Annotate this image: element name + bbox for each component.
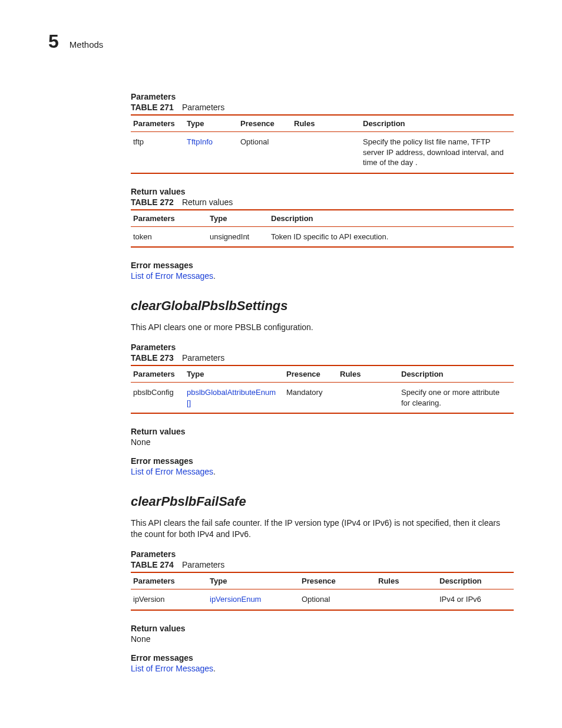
table-274-title: Parameters — [182, 560, 224, 569]
period: . — [213, 271, 216, 281]
error-link-row: List of Error Messages. — [131, 664, 514, 673]
cell-rules — [376, 589, 437, 610]
error-link-row: List of Error Messages. — [131, 467, 514, 476]
cell-param: ipVersion — [131, 589, 207, 610]
col-description: Description — [361, 115, 514, 132]
return-values-heading: Return values — [131, 624, 514, 633]
col-parameters: Parameters — [131, 115, 184, 132]
table-273-caption: TABLE 273Parameters — [131, 353, 514, 363]
table-273-label: TABLE 273 — [131, 353, 174, 363]
table-row: ipVersion ipVersionEnum Optional IPv4 or… — [131, 589, 514, 610]
col-description: Description — [437, 572, 514, 589]
col-parameters: Parameters — [131, 572, 207, 589]
table-272-title: Return values — [182, 197, 233, 207]
page-header: 5 Methods — [48, 32, 514, 51]
col-rules: Rules — [338, 365, 399, 383]
col-presence: Presence — [299, 572, 376, 589]
parameters-heading: Parameters — [131, 342, 514, 352]
col-rules: Rules — [376, 572, 437, 589]
error-messages-link[interactable]: List of Error Messages — [131, 467, 213, 476]
type-link[interactable]: TftpInfo — [187, 137, 213, 146]
table-272: Parameters Type Description token unsign… — [131, 209, 514, 248]
heading-clearPbslbFailSafe: clearPbslbFailSafe — [131, 494, 514, 509]
table-row: pbslbConfig pbslbGlobalAttributeEnum [] … — [131, 383, 514, 414]
cell-description: Specify the policy list file name, TFTP … — [361, 132, 514, 173]
col-rules: Rules — [292, 115, 361, 132]
return-values-heading: Return values — [131, 427, 514, 436]
cell-presence: Optional — [299, 589, 376, 610]
table-row: token unsignedInt Token ID specific to A… — [131, 226, 514, 247]
cell-type: unsignedInt — [207, 226, 269, 247]
chapter-number: 5 — [48, 32, 59, 51]
parameters-heading: Parameters — [131, 549, 514, 559]
table-274-label: TABLE 274 — [131, 560, 174, 569]
table-271-title: Parameters — [182, 103, 224, 112]
return-values-heading: Return values — [131, 187, 514, 196]
col-type: Type — [184, 115, 238, 132]
cell-type: TftpInfo — [184, 132, 238, 173]
intro-text: This API clears one or more PBSLB config… — [131, 322, 514, 333]
table-272-caption: TABLE 272Return values — [131, 197, 514, 207]
col-type: Type — [184, 365, 284, 383]
table-header-row: Parameters Type Presence Rules Descripti… — [131, 115, 514, 132]
period: . — [213, 664, 216, 673]
cell-param: pbslbConfig — [131, 383, 184, 414]
table-271-label: TABLE 271 — [131, 103, 174, 112]
table-header-row: Parameters Type Presence Rules Descripti… — [131, 572, 514, 589]
error-messages-link[interactable]: List of Error Messages — [131, 271, 213, 281]
col-parameters: Parameters — [131, 365, 184, 383]
col-presence: Presence — [284, 365, 338, 383]
table-274-caption: TABLE 274Parameters — [131, 560, 514, 569]
error-messages-heading: Error messages — [131, 456, 514, 466]
table-271: Parameters Type Presence Rules Descripti… — [131, 114, 514, 174]
cell-presence: Mandatory — [284, 383, 338, 414]
cell-rules — [338, 383, 399, 414]
col-type: Type — [207, 572, 299, 589]
error-messages-heading: Error messages — [131, 261, 514, 270]
col-description: Description — [399, 365, 514, 383]
cell-param: tftp — [131, 132, 184, 173]
col-parameters: Parameters — [131, 210, 207, 227]
table-271-caption: TABLE 271Parameters — [131, 103, 514, 112]
table-header-row: Parameters Type Description — [131, 210, 514, 227]
table-273-title: Parameters — [182, 353, 224, 363]
return-values-text: None — [131, 634, 514, 644]
type-link[interactable]: pbslbGlobalAttributeEnum [] — [187, 388, 276, 407]
error-link-row: List of Error Messages. — [131, 271, 514, 281]
cell-type: pbslbGlobalAttributeEnum [] — [184, 383, 284, 414]
cell-rules — [292, 132, 361, 173]
cell-description: Specify one or more attribute for cleari… — [399, 383, 514, 414]
table-row: tftp TftpInfo Optional Specify the polic… — [131, 132, 514, 173]
cell-param: token — [131, 226, 207, 247]
col-type: Type — [207, 210, 269, 227]
cell-type: ipVersionEnum — [207, 589, 299, 610]
error-messages-heading: Error messages — [131, 653, 514, 663]
cell-presence: Optional — [238, 132, 292, 173]
chapter-title: Methods — [70, 39, 104, 50]
type-link[interactable]: ipVersionEnum — [210, 595, 261, 604]
col-description: Description — [269, 210, 514, 227]
table-272-label: TABLE 272 — [131, 197, 174, 207]
parameters-heading: Parameters — [131, 92, 514, 101]
table-header-row: Parameters Type Presence Rules Descripti… — [131, 365, 514, 383]
error-messages-link[interactable]: List of Error Messages — [131, 664, 213, 673]
table-274: Parameters Type Presence Rules Descripti… — [131, 572, 514, 611]
cell-description: Token ID specific to API execution. — [269, 226, 514, 247]
page: 5 Methods Parameters TABLE 271Parameters… — [0, 0, 562, 717]
heading-clearGlobalPbslbSettings: clearGlobalPbslbSettings — [131, 298, 514, 314]
return-values-text: None — [131, 437, 514, 447]
table-273: Parameters Type Presence Rules Descripti… — [131, 365, 514, 414]
period: . — [213, 467, 216, 476]
cell-description: IPv4 or IPv6 — [437, 589, 514, 610]
intro-text: This API clears the fail safe counter. I… — [131, 518, 514, 540]
content-area: Parameters TABLE 271Parameters Parameter… — [131, 92, 514, 673]
col-presence: Presence — [238, 115, 292, 132]
